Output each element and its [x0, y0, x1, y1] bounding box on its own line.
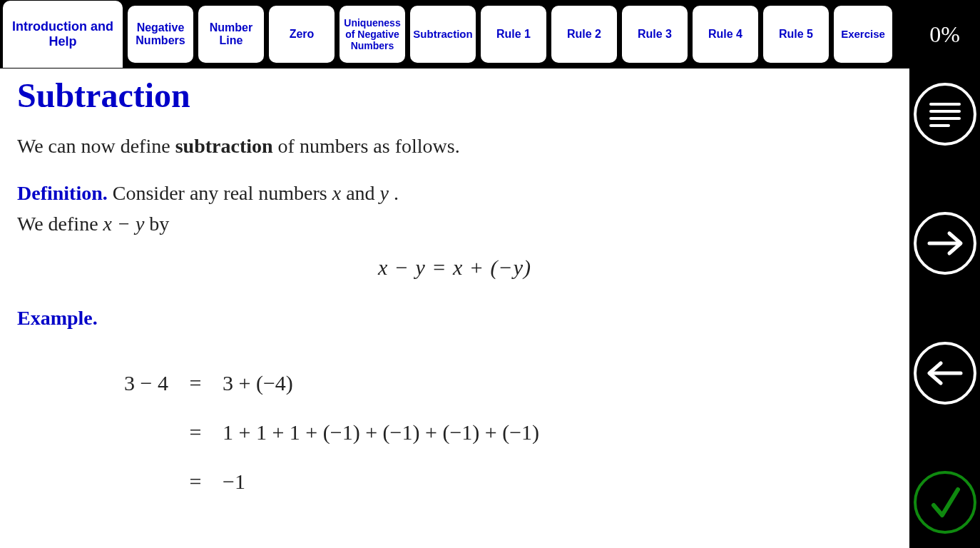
def-text-2b: by	[144, 213, 169, 235]
confirm-button[interactable]	[914, 471, 976, 534]
example-row: 3 − 4=3 + (−4)	[96, 358, 892, 407]
tab-zero[interactable]: Zero	[269, 6, 335, 63]
tab-rule-1[interactable]: Rule 1	[481, 6, 546, 63]
checkmark-icon	[924, 481, 966, 524]
progress-percent: 0%	[929, 0, 960, 68]
tab-number-line[interactable]: Number Line	[198, 6, 264, 63]
arrow-left-icon	[924, 359, 966, 387]
tab-exercise[interactable]: Exercise	[834, 6, 892, 63]
intro-paragraph: We can now define subtraction of numbers…	[17, 135, 892, 158]
example-rhs: 1 + 1 + 1 + (−1) + (−1) + (−1) + (−1)	[210, 407, 539, 457]
example-math-block: 3 − 4=3 + (−4)=1 + 1 + 1 + (−1) + (−1) +…	[96, 358, 892, 506]
example-label: Example.	[17, 307, 892, 330]
example-rhs: −1	[210, 457, 245, 506]
example-eq-sign: =	[181, 457, 210, 506]
page-title: Subtraction	[17, 76, 892, 115]
tab-introduction-and-help[interactable]: Introduction and Help	[3, 1, 123, 68]
intro-bold-term: subtraction	[175, 135, 273, 157]
tabs-bar: Introduction and HelpNegative NumbersNum…	[0, 0, 909, 68]
example-row: =−1	[96, 457, 892, 506]
intro-text-post: of numbers as follows.	[273, 135, 460, 157]
prev-button[interactable]	[914, 342, 976, 405]
example-row: =1 + 1 + 1 + (−1) + (−1) + (−1) + (−1)	[96, 407, 892, 457]
arrow-right-icon	[924, 229, 966, 258]
example-rhs: 3 + (−4)	[210, 358, 293, 407]
tab-rule-2[interactable]: Rule 2	[551, 6, 617, 63]
def-text-2a: We define	[17, 213, 103, 235]
def-text-1b: and	[341, 182, 379, 204]
tab-subtraction[interactable]: Subtraction	[410, 6, 476, 63]
center-math-expr: x − y = x + (−y)	[378, 255, 531, 279]
intro-text-pre: We can now define	[17, 135, 175, 157]
menu-icon	[927, 100, 963, 128]
example-eq-sign: =	[181, 407, 210, 457]
tab-negative-numbers[interactable]: Negative Numbers	[128, 6, 193, 63]
example-eq-sign: =	[181, 358, 210, 407]
definition-block: Definition. Consider any real numbers x …	[17, 178, 892, 240]
def-text-1a: Consider any real numbers	[108, 182, 332, 204]
def-var-y: y	[380, 182, 389, 204]
tab-uniqueness-of-negative-numbers[interactable]: Uniqueness of Negative Numbers	[340, 6, 405, 63]
content-area: Subtraction We can now define subtractio…	[0, 68, 909, 548]
def-expr-lhs: x − y	[103, 213, 145, 235]
tab-rule-3[interactable]: Rule 3	[622, 6, 688, 63]
example-lhs: 3 − 4	[96, 358, 181, 407]
side-panel: 0%	[909, 0, 980, 548]
next-button[interactable]	[914, 212, 976, 275]
side-buttons-group	[914, 68, 976, 548]
def-text-1c: .	[389, 182, 399, 204]
menu-button[interactable]	[914, 83, 976, 146]
def-var-x: x	[332, 182, 341, 204]
definition-label: Definition.	[17, 182, 108, 204]
tab-rule-5[interactable]: Rule 5	[763, 6, 829, 63]
definition-equation: x − y = x + (−y)	[17, 255, 892, 280]
tab-rule-4[interactable]: Rule 4	[693, 6, 758, 63]
